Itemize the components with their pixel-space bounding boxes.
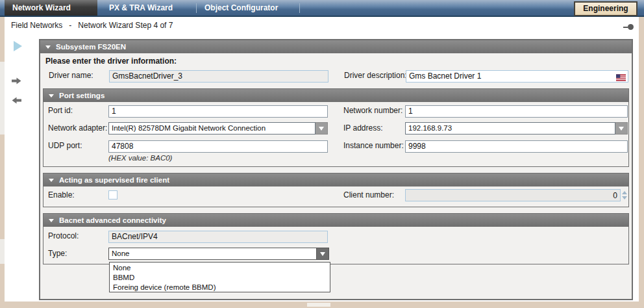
collapse-icon	[45, 45, 51, 49]
forward-arrow-icon[interactable]	[12, 75, 21, 87]
protocol-input	[108, 231, 328, 243]
network-adapter-value: Intel(R) 82578DM Gigabit Network Connect…	[108, 122, 316, 135]
instance-number-input[interactable]	[405, 140, 628, 153]
port-id-label: Port id:	[48, 105, 73, 117]
dropdown-option-none[interactable]: None	[110, 263, 330, 273]
dropdown-arrow-icon[interactable]	[316, 122, 328, 135]
left-splitter-handle[interactable]	[0, 62, 5, 135]
engineering-mode-button[interactable]: Engineering	[574, 1, 638, 16]
pin-icon[interactable]	[623, 24, 634, 30]
collapse-icon	[49, 94, 54, 97]
udp-port-label: UDP port:	[48, 140, 82, 152]
driver-name-label: Driver name:	[49, 70, 93, 82]
collapse-icon	[49, 179, 54, 182]
protocol-label: Protocol:	[48, 230, 79, 242]
spinner-up-icon[interactable]	[622, 191, 627, 194]
network-number-input[interactable]	[405, 105, 628, 118]
ip-address-value: 192.168.9.73	[405, 122, 615, 135]
tab-separator	[299, 3, 300, 13]
fire-client-section: Acting as supervised fire client Enable:…	[43, 173, 629, 207]
type-value: None	[108, 248, 317, 260]
section-title: Subsystem FS20EN	[56, 43, 126, 51]
enable-label: Enable:	[48, 189, 75, 201]
type-combobox[interactable]: None	[108, 248, 329, 260]
dropdown-arrow-icon[interactable]	[615, 122, 628, 135]
pin-line	[623, 27, 628, 28]
section-header-fire-client[interactable]: Acting as supervised fire client	[43, 173, 628, 186]
driver-description-input[interactable]	[406, 70, 628, 83]
tab-px-tra-wizard[interactable]: PX & TRA Wizard	[97, 0, 196, 16]
breadcrumb-root[interactable]: Field Networks	[11, 21, 62, 30]
network-adapter-combobox[interactable]: Intel(R) 82578DM Gigabit Network Connect…	[108, 122, 328, 135]
section-title: Acting as supervised fire client	[59, 176, 169, 184]
app-window: Network Wizard PX & TRA Wizard Object Co…	[0, 0, 644, 308]
us-flag-icon	[616, 72, 626, 79]
breadcrumb: Field Networks - Network Wizard Step 4 o…	[5, 17, 639, 34]
instance-number-label: Instance number:	[343, 140, 404, 152]
breadcrumb-separator: -	[69, 21, 71, 30]
collapse-icon	[49, 219, 54, 222]
section-header-port-settings[interactable]: Port settings	[43, 89, 628, 102]
tab-network-wizard[interactable]: Network Wizard	[5, 0, 97, 16]
udp-port-input[interactable]	[108, 140, 328, 153]
bottom-splitter-handle[interactable]	[307, 303, 330, 307]
enable-checkbox[interactable]	[108, 190, 118, 199]
run-icon[interactable]	[14, 41, 22, 51]
instruction-text: Please enter the driver information:	[45, 57, 177, 66]
section-header-bacnet[interactable]: Bacnet advanced connectivity	[43, 214, 628, 227]
client-number-label: Client number:	[343, 189, 394, 201]
ip-address-label: IP address:	[343, 122, 382, 135]
tab-bar: Network Wizard PX & TRA Wizard Object Co…	[0, 0, 644, 17]
driver-name-input	[109, 70, 328, 83]
breadcrumb-current-step: Network Wizard Step 4 of 7	[78, 21, 173, 30]
bacnet-connectivity-section: Bacnet advanced connectivity Protocol: T…	[43, 213, 629, 264]
network-adapter-label: Network adapter:	[48, 122, 107, 135]
driver-description-label: Driver description:	[344, 70, 407, 82]
client-number-input	[405, 189, 621, 201]
section-title: Bacnet advanced connectivity	[59, 216, 166, 224]
dropdown-option-foreign-device[interactable]: Foreing device (remote BBMD)	[110, 283, 330, 292]
port-id-input[interactable]	[108, 105, 328, 118]
subsystem-panel: Subsystem FS20EN Please enter the driver…	[39, 39, 633, 300]
ip-address-combobox[interactable]: 192.168.9.73	[405, 122, 628, 135]
network-number-label: Network number:	[343, 105, 402, 117]
dropdown-arrow-icon[interactable]	[317, 248, 329, 260]
back-arrow-icon[interactable]	[12, 95, 21, 107]
tab-object-configurator[interactable]: Object Configurator	[197, 0, 299, 16]
left-splitter-handle[interactable]	[0, 239, 5, 264]
type-label: Type:	[48, 248, 67, 260]
pin-dot	[628, 24, 634, 30]
section-title: Port settings	[59, 92, 105, 99]
type-dropdown-list: None BBMD Foreing device (remote BBMD)	[109, 262, 330, 292]
udp-port-hex-hint: (HEX value: BAC0)	[108, 154, 172, 162]
client-number-spinner	[405, 189, 628, 201]
spinner-down-icon[interactable]	[622, 196, 627, 199]
dropdown-option-bbmd[interactable]: BBMD	[110, 273, 330, 283]
section-header-subsystem[interactable]: Subsystem FS20EN	[40, 40, 632, 53]
port-settings-section: Port settings Port id: Network number: N…	[43, 88, 629, 167]
